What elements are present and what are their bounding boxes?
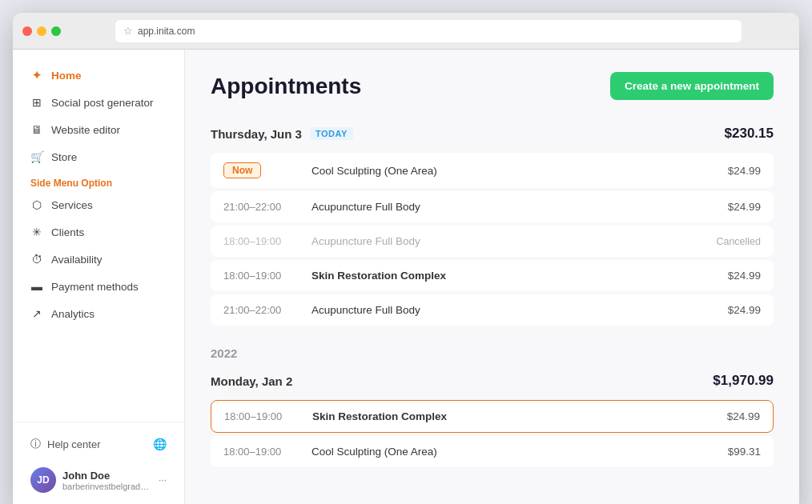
sidebar-social-label: Social post generator	[51, 97, 154, 109]
appt-time: 18:00–19:00	[223, 270, 312, 282]
appt-name: Cool Sculpting (One Area)	[312, 446, 728, 458]
services-icon: ⬡	[30, 198, 43, 211]
page-title: Appointments	[211, 74, 361, 99]
help-label: Help center	[47, 438, 100, 450]
website-icon: 🖥	[30, 123, 43, 136]
close-dot[interactable]	[22, 26, 32, 36]
sidebar-item-services[interactable]: ⬡ Services	[22, 192, 175, 218]
sidebar-section-label: Side Menu Option	[22, 173, 175, 192]
sidebar: ✦ Home ⊞ Social post generator 🖥 Website…	[13, 50, 185, 504]
sidebar-home-label: Home	[51, 70, 82, 82]
date-header-2022: Monday, Jan 2 $1,970.99	[211, 366, 774, 395]
sidebar-clients-label: Clients	[51, 226, 84, 238]
appt-time: Now	[223, 162, 312, 178]
appointment-row[interactable]: 21:00–22:00 Acupuncture Full Body $24.99	[211, 191, 774, 222]
help-icon: ⓘ	[30, 437, 41, 451]
date-section-2022: Monday, Jan 2 $1,970.99 18:00–19:00 Skin…	[211, 366, 774, 467]
appt-time: 18:00–19:00	[224, 410, 312, 422]
user-email: barberinvestbelgrade.inita.c...	[62, 482, 152, 491]
today-badge: TODAY	[310, 127, 353, 140]
home-icon: ✦	[30, 69, 43, 82]
availability-icon: ⏱	[30, 253, 43, 266]
sidebar-services-label: Services	[51, 199, 93, 211]
globe-icon: 🌐	[153, 438, 167, 450]
analytics-icon: ↗	[30, 307, 43, 320]
avatar: JD	[30, 467, 56, 493]
sidebar-store-label: Store	[51, 151, 77, 163]
sidebar-bottom: ⓘ Help center 🌐 JD John Doe barberinvest…	[13, 422, 184, 504]
date-header-today: Thursday, Jun 3 TODAY $230.15	[211, 119, 774, 148]
sidebar-availability-label: Availability	[51, 254, 103, 266]
year-divider: 2022	[211, 332, 774, 366]
user-profile[interactable]: JD John Doe barberinvestbelgrade.inita.c…	[22, 462, 175, 498]
sidebar-item-clients[interactable]: ✳ Clients	[22, 219, 175, 245]
date-left: Monday, Jan 2	[211, 374, 292, 388]
browser-window: ☆ app.inita.com ✦ Home ⊞ Social post gen…	[13, 13, 799, 504]
appt-time: 18:00–19:00	[223, 235, 312, 247]
sidebar-analytics-label: Analytics	[51, 308, 94, 320]
payment-icon: ▬	[30, 280, 43, 293]
appt-name: Skin Restoration Complex	[312, 270, 728, 282]
social-icon: ⊞	[30, 96, 43, 109]
appointment-row[interactable]: 18:00–19:00 Cool Sculpting (One Area) $9…	[211, 436, 774, 467]
appt-price: $99.31	[728, 446, 761, 458]
user-menu-icon: ···	[159, 474, 167, 486]
appt-name: Cool Sculpting (One Area)	[312, 165, 728, 177]
sidebar-item-social[interactable]: ⊞ Social post generator	[22, 90, 175, 115]
window-controls	[22, 26, 61, 36]
appointment-row[interactable]: Now Cool Sculpting (One Area) $24.99	[211, 153, 774, 188]
page-header: Appointments Create a new appointment	[211, 72, 774, 100]
date-label-2022: Monday, Jan 2	[211, 374, 292, 388]
appointment-row[interactable]: 21:00–22:00 Acupuncture Full Body $24.99	[211, 294, 774, 326]
user-info: John Doe barberinvestbelgrade.inita.c...	[62, 470, 152, 491]
appt-name: Acupuncture Full Body	[312, 201, 728, 213]
date-label-today: Thursday, Jun 3	[211, 127, 302, 141]
date-left: Thursday, Jun 3 TODAY	[211, 127, 353, 141]
appt-price: $24.99	[728, 304, 761, 316]
url-text: app.inita.com	[138, 26, 195, 37]
browser-content: ✦ Home ⊞ Social post generator 🖥 Website…	[13, 50, 799, 504]
clients-icon: ✳	[30, 226, 43, 238]
help-center-item[interactable]: ⓘ Help center 🌐	[22, 432, 175, 456]
sidebar-item-home[interactable]: ✦ Home	[22, 62, 175, 88]
browser-bar: ☆ app.inita.com	[13, 13, 799, 50]
cancelled-badge: Cancelled	[716, 236, 761, 247]
date-section-today: Thursday, Jun 3 TODAY $230.15 Now Cool S…	[211, 119, 774, 326]
date-total-today: $230.15	[725, 126, 774, 142]
sidebar-item-payment[interactable]: ▬ Payment methods	[22, 274, 175, 299]
appt-price: $24.99	[728, 165, 761, 177]
appt-time: 18:00–19:00	[223, 446, 312, 458]
main-content: Appointments Create a new appointment Th…	[185, 50, 799, 504]
appt-time: 21:00–22:00	[223, 201, 312, 213]
sidebar-website-label: Website editor	[51, 124, 120, 136]
minimize-dot[interactable]	[37, 26, 46, 36]
appt-price: $24.99	[728, 201, 761, 213]
date-total-2022: $1,970.99	[713, 373, 774, 389]
appointment-row-highlighted[interactable]: 18:00–19:00 Skin Restoration Complex $24…	[211, 400, 774, 433]
sidebar-item-website[interactable]: 🖥 Website editor	[22, 117, 175, 142]
address-bar[interactable]: ☆ app.inita.com	[115, 20, 742, 42]
sidebar-item-analytics[interactable]: ↗ Analytics	[22, 301, 175, 326]
appointment-row[interactable]: 18:00–19:00 Skin Restoration Complex $24…	[211, 260, 774, 291]
sidebar-item-store[interactable]: 🛒 Store	[22, 144, 175, 170]
appt-price: $24.99	[728, 270, 761, 282]
star-icon: ☆	[123, 25, 133, 37]
appt-name: Skin Restoration Complex	[312, 410, 727, 422]
appointment-row[interactable]: 18:00–19:00 Acupuncture Full Body Cancel…	[211, 226, 774, 257]
appt-time: 21:00–22:00	[223, 304, 312, 316]
sidebar-payment-label: Payment methods	[51, 281, 139, 293]
create-appointment-button[interactable]: Create a new appointment	[610, 72, 774, 100]
sidebar-item-availability[interactable]: ⏱ Availability	[22, 246, 175, 272]
sidebar-nav: ✦ Home ⊞ Social post generator 🖥 Website…	[13, 62, 184, 422]
appt-name: Acupuncture Full Body	[312, 235, 716, 247]
store-icon: 🛒	[30, 150, 43, 163]
user-name: John Doe	[62, 470, 152, 482]
now-tag: Now	[223, 162, 261, 178]
appt-price: $24.99	[727, 410, 760, 422]
maximize-dot[interactable]	[51, 26, 61, 36]
appt-name: Acupuncture Full Body	[312, 304, 728, 316]
